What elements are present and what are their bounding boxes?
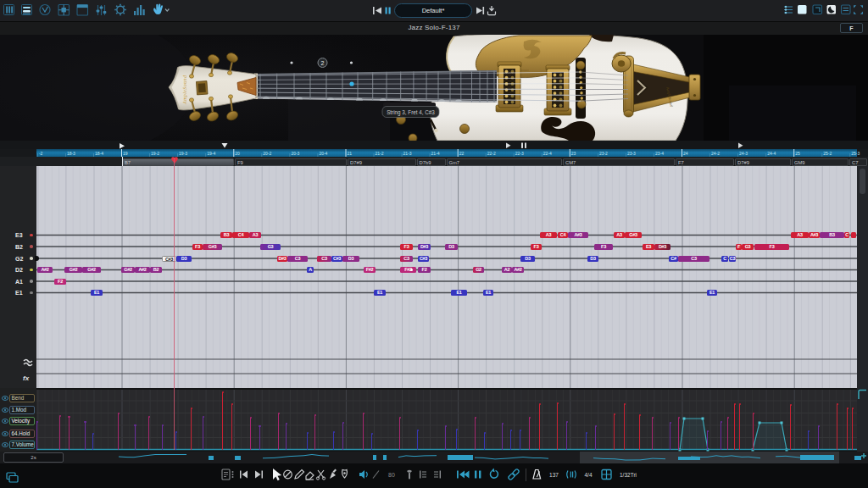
- svg-text:21-3: 21-3: [403, 151, 412, 156]
- svg-text:22-3: 22-3: [515, 151, 524, 156]
- svg-text:19-3: 19-3: [179, 151, 187, 156]
- svg-text:21: 21: [348, 151, 353, 156]
- svg-text:19-4: 19-4: [207, 151, 215, 156]
- svg-text:24-4: 24-4: [767, 151, 776, 156]
- svg-text:25: 25: [795, 151, 800, 156]
- svg-text:24-2: 24-2: [711, 151, 720, 156]
- svg-text:20: 20: [235, 151, 240, 156]
- svg-text:20-3: 20-3: [291, 151, 299, 156]
- svg-text:20-4: 20-4: [319, 151, 327, 156]
- svg-text:4/4: 4/4: [584, 472, 592, 478]
- svg-text:23-2: 23-2: [599, 151, 608, 156]
- svg-text:1/32Tri: 1/32Tri: [620, 472, 637, 478]
- svg-text:-2: -2: [39, 151, 43, 156]
- svg-text:22-4: 22-4: [543, 151, 552, 156]
- svg-text:25-2: 25-2: [823, 151, 832, 156]
- svg-text:18-4: 18-4: [95, 151, 103, 156]
- svg-text:23-3: 23-3: [627, 151, 636, 156]
- svg-text:2: 2: [321, 60, 325, 66]
- svg-text:20-2: 20-2: [263, 151, 271, 156]
- svg-text:23: 23: [571, 151, 576, 156]
- svg-text:21-4: 21-4: [431, 151, 440, 156]
- svg-text:80: 80: [388, 472, 395, 478]
- svg-text:24: 24: [683, 151, 688, 156]
- svg-text:Default*: Default*: [422, 7, 445, 14]
- svg-text:23-4: 23-4: [655, 151, 664, 156]
- svg-text:22-2: 22-2: [487, 151, 496, 156]
- svg-text:25-3: 25-3: [851, 151, 860, 156]
- svg-text:21-2: 21-2: [376, 151, 384, 156]
- svg-text:137: 137: [549, 472, 559, 478]
- svg-text:AmpleSound: AmpleSound: [182, 75, 187, 105]
- svg-text:19-2: 19-2: [151, 151, 159, 156]
- svg-text:22: 22: [459, 151, 465, 156]
- svg-text:24-3: 24-3: [739, 151, 748, 156]
- svg-text:18-3: 18-3: [67, 151, 75, 156]
- svg-text:19: 19: [123, 151, 128, 156]
- svg-text:String 3, Fret 4, C#3: String 3, Fret 4, C#3: [387, 109, 435, 116]
